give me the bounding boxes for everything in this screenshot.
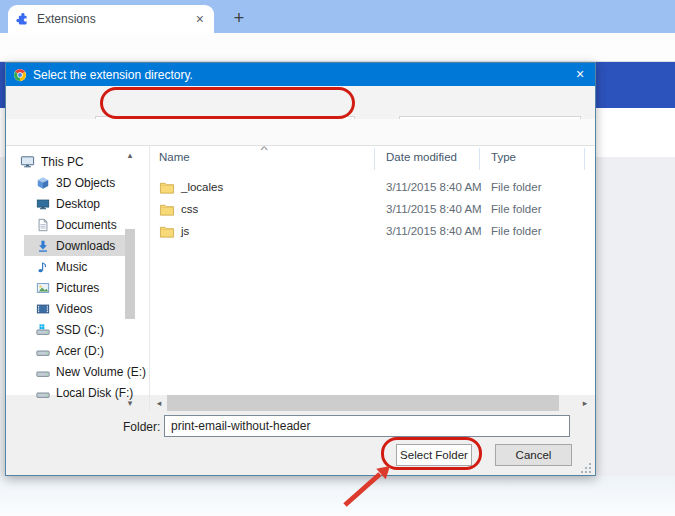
browser-toolbar: ← → Chrome chrome://extensions <box>0 33 675 62</box>
sort-caret-icon: ^ <box>261 145 268 155</box>
column-divider[interactable] <box>584 148 585 170</box>
sidebar-item-documents[interactable]: Documents <box>12 214 166 235</box>
annotation-oval-select-button <box>381 437 482 470</box>
new-tab-button[interactable]: + <box>228 7 250 29</box>
dialog-title: Select the extension directory. <box>33 68 565 82</box>
sidebar-item-pictures[interactable]: Pictures <box>12 277 166 298</box>
column-header-name[interactable]: Name <box>159 151 190 163</box>
video-icon <box>36 302 50 316</box>
folder-icon <box>159 202 175 217</box>
scroll-left-icon[interactable]: ◂ <box>152 397 166 409</box>
folder-name-input[interactable] <box>164 415 570 437</box>
column-divider[interactable] <box>374 148 375 170</box>
file-row-js[interactable]: js 3/11/2015 8:40 AM File folder <box>156 221 592 243</box>
file-row-css[interactable]: css 3/11/2015 8:40 AM File folder <box>156 199 592 221</box>
column-header-date-modified[interactable]: Date modified <box>386 151 457 163</box>
sidebar-item-3d-objects[interactable]: 3D Objects <box>12 172 166 193</box>
sidebar-scrollbar-thumb[interactable] <box>125 229 135 319</box>
desktop-icon <box>36 197 50 211</box>
puzzle-icon <box>16 13 29 26</box>
select-directory-dialog: Select the extension directory. × ← → ▾ … <box>5 62 596 476</box>
sidebar-item-downloads[interactable]: Downloads <box>12 235 166 256</box>
folder-icon <box>159 180 175 195</box>
drive-icon <box>36 365 50 379</box>
sidebar-item-ssd-c[interactable]: SSD (C:) <box>12 319 166 340</box>
cube-icon <box>36 176 50 190</box>
extensions-page-footer <box>0 476 675 516</box>
tab-close-icon[interactable]: × <box>194 12 206 26</box>
sidebar-item-new-volume-e[interactable]: New Volume (E:) <box>12 361 166 382</box>
document-icon <box>36 218 50 232</box>
sidebar-item-local-disk-f[interactable]: Local Disk (F:) <box>12 382 166 403</box>
tab-title: Extensions <box>37 12 194 26</box>
screenshot-root: ? Extensions × + ← → Chrome chrome://ext… <box>0 0 675 516</box>
picture-icon <box>36 281 50 295</box>
sidebar-item-videos[interactable]: Videos <box>12 298 166 319</box>
chrome-logo-icon <box>13 68 27 82</box>
drive-icon <box>36 344 50 358</box>
scroll-right-icon[interactable]: ▸ <box>578 397 592 409</box>
music-icon <box>36 260 50 274</box>
sidebar-item-music[interactable]: Music <box>12 256 166 277</box>
browser-tab-extensions[interactable]: Extensions × <box>8 5 214 33</box>
folder-field-label: Folder: <box>123 420 160 434</box>
folder-icon <box>159 224 175 239</box>
sidebar-scroll-up-icon[interactable]: ▴ <box>123 149 137 161</box>
column-header-type[interactable]: Type <box>491 151 516 163</box>
drive-icon <box>36 386 50 400</box>
column-divider[interactable] <box>479 148 480 170</box>
sidebar-scroll-down-icon[interactable]: ▾ <box>123 397 137 409</box>
browser-tabstrip: Extensions × + <box>0 0 675 33</box>
resize-grip-icon[interactable] <box>580 462 592 474</box>
download-icon <box>36 239 50 253</box>
horizontal-scrollbar-thumb[interactable] <box>167 395 559 411</box>
windows-drive-icon <box>36 323 50 337</box>
sidebar-item-desktop[interactable]: Desktop <box>12 193 166 214</box>
dialog-close-icon[interactable]: × <box>565 63 595 86</box>
file-row-locales[interactable]: _locales 3/11/2015 8:40 AM File folder <box>156 177 592 199</box>
dialog-command-bar: Organize ▾ New folder ▾ <box>6 119 595 146</box>
sidebar-item-acer-d[interactable]: Acer (D:) <box>12 340 166 361</box>
annotation-oval-breadcrumb <box>100 87 355 119</box>
computer-icon <box>20 154 35 169</box>
dialog-titlebar: Select the extension directory. × <box>6 63 595 86</box>
cancel-button[interactable]: Cancel <box>495 444 572 466</box>
